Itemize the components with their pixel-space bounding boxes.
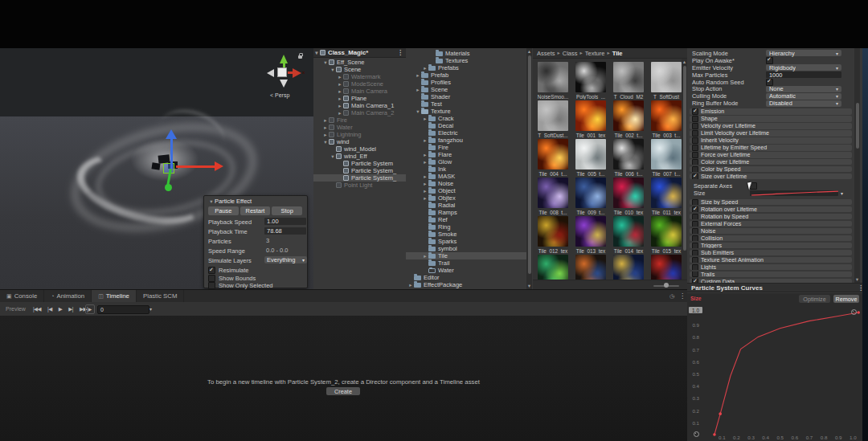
transport-button-3[interactable]: ▶|: [65, 306, 76, 312]
module-lights[interactable]: Lights: [690, 264, 852, 271]
hierarchy-item-eff-scene[interactable]: ▾Eff_Scene: [313, 59, 406, 66]
hierarchy-item-plane[interactable]: ▸Plane: [313, 95, 406, 102]
module-checkbox[interactable]: [692, 199, 698, 206]
scroll-down-icon[interactable]: ▼: [854, 277, 860, 282]
module-velocity-over-lifetime[interactable]: Velocity over Lifetime: [690, 123, 852, 129]
axis-x-cone-icon[interactable]: [293, 68, 301, 78]
auto-random-seed-checkbox[interactable]: [766, 79, 773, 86]
folder-water[interactable]: Water: [406, 267, 526, 274]
foldout-closed-icon[interactable]: ▸: [422, 180, 428, 187]
pause-button[interactable]: Pause: [208, 206, 239, 215]
hierarchy-item-particle-system[interactable]: Particle System_: [313, 174, 406, 182]
module-checkbox[interactable]: [692, 159, 698, 165]
folder-effectpackage[interactable]: ▸EffectPackage: [406, 281, 526, 288]
foldout-arrow-icon[interactable]: ▾: [313, 49, 320, 56]
overlay-check-resimulate[interactable]: Resimulate: [208, 267, 304, 274]
texture-thumb-tile-003-t[interactable]: [651, 100, 682, 131]
breadcrumb-class[interactable]: Class: [563, 50, 578, 57]
module-emission[interactable]: Emission: [690, 108, 852, 115]
foldout-open-icon[interactable]: ▾: [322, 59, 329, 66]
scrollbar-thumb[interactable]: [856, 103, 859, 149]
foldout-closed-icon[interactable]: ▸: [337, 88, 343, 95]
curve-dropdown-icon[interactable]: ▾: [841, 190, 843, 196]
tab-console[interactable]: ▣Console: [0, 290, 44, 302]
texture-thumb-t-softdust[interactable]: [651, 62, 682, 92]
frame-field[interactable]: 0: [97, 305, 149, 314]
foldout-closed-icon[interactable]: ▸: [415, 86, 421, 93]
ring-buffer-mode-dropdown[interactable]: Disabled: [766, 100, 841, 107]
breadcrumb-assets[interactable]: Assets: [537, 50, 555, 57]
module-trails[interactable]: Trails: [690, 272, 852, 278]
texture-thumb-tile-011-tex[interactable]: [651, 178, 682, 208]
size-curve-preview[interactable]: [750, 190, 838, 196]
foldout-closed-icon[interactable]: ▸: [422, 64, 428, 71]
folder-materials[interactable]: Materials: [406, 50, 526, 57]
folder-radial[interactable]: Radial: [406, 202, 526, 209]
hierarchy-item-particle-system[interactable]: Particle System_: [313, 167, 406, 174]
folder-textures[interactable]: Textures: [406, 57, 526, 64]
foldout-open-icon[interactable]: ▾: [415, 108, 421, 115]
hierarchy-scene-header[interactable]: ▾ Class_Magic* ⋮: [313, 48, 406, 58]
scrollbar-thumb[interactable]: [528, 55, 531, 274]
folder-noise[interactable]: ▸Noise: [406, 180, 526, 187]
folder-electric[interactable]: Electric: [406, 129, 526, 137]
folder-texture[interactable]: ▾Texture: [406, 108, 526, 115]
module-checkbox[interactable]: [692, 235, 698, 242]
hierarchy-item-particle-system[interactable]: Particle System: [313, 160, 406, 167]
panel-menu-icon[interactable]: ⋮: [679, 292, 686, 300]
scrollbar-thumb[interactable]: [683, 66, 686, 251]
foldout-closed-icon[interactable]: ▸: [407, 281, 414, 288]
resimulate-checkbox[interactable]: [208, 267, 215, 274]
module-checkbox[interactable]: [692, 166, 698, 173]
folder-flare[interactable]: ▸Flare: [406, 151, 526, 158]
folder-ring[interactable]: Ring: [406, 223, 526, 231]
folder-object[interactable]: ▸Object: [406, 187, 526, 194]
folder-ink[interactable]: Ink: [406, 165, 526, 173]
module-size-over-lifetime[interactable]: Size over Lifetime: [690, 174, 852, 180]
emitter-velocity-dropdown[interactable]: Rigidbody: [766, 64, 841, 71]
transport-button-2[interactable]: ▶: [55, 306, 66, 312]
tab-timeline[interactable]: ◫Timeline: [92, 290, 137, 302]
module-inherit-velocity[interactable]: Inherit Velocity: [690, 137, 852, 144]
module-external-forces[interactable]: External Forces: [690, 221, 852, 227]
foldout-open-icon[interactable]: ▾: [330, 153, 336, 160]
texture-thumb-tile-006-t[interactable]: [613, 139, 644, 169]
module-checkbox[interactable]: [692, 243, 698, 249]
module-limit-velocity-over-lifetime[interactable]: Limit Velocity over Lifetime: [690, 130, 852, 137]
module-rotation-by-speed[interactable]: Rotation by Speed: [690, 214, 852, 220]
foldout-closed-icon[interactable]: ▸: [422, 115, 428, 122]
breadcrumb-tile[interactable]: Tile: [612, 50, 623, 57]
module-checkbox[interactable]: [692, 152, 698, 158]
axis-left-cone-icon[interactable]: [267, 69, 274, 77]
hierarchy-item-wind-model[interactable]: wind_Model: [313, 145, 406, 153]
playback-speed-value[interactable]: 1.00: [264, 218, 306, 225]
frame-dropdown-icon[interactable]: ▾: [149, 306, 152, 312]
module-checkbox[interactable]: [692, 206, 698, 213]
folder-smoke[interactable]: Smoke: [406, 231, 526, 238]
module-rotation-over-lifetime[interactable]: Rotation over Lifetime: [690, 206, 852, 213]
texture-thumb-tile-008-t[interactable]: [538, 178, 568, 208]
hierarchy-item-scene[interactable]: ▾Scene: [313, 66, 406, 73]
texture-thumb-tile-007-t[interactable]: [651, 139, 682, 169]
folder-decal[interactable]: Decal: [406, 122, 526, 129]
folder-prefab[interactable]: ▸Prefab: [406, 71, 526, 79]
texture-thumb-tile-001-tex[interactable]: [575, 100, 606, 131]
hierarchy-item-point-light[interactable]: Point Light: [313, 182, 406, 189]
texture-thumb-tile-010-tex[interactable]: [613, 178, 644, 208]
foldout-closed-icon[interactable]: ▸: [322, 124, 329, 131]
tab-plastic-scm[interactable]: Plastic SCM: [137, 290, 184, 302]
foldout-closed-icon[interactable]: ▸: [422, 252, 428, 259]
scroll-up-icon[interactable]: ▲: [526, 49, 532, 54]
hierarchy-item-main-camera-1[interactable]: ▸Main Camera_1: [313, 102, 406, 109]
hierarchy-item-modescene[interactable]: ▸ModeScene: [313, 80, 406, 88]
size-curve-plot[interactable]: [687, 293, 868, 441]
gizmo-center-cube[interactable]: [277, 67, 287, 77]
foldout-closed-icon[interactable]: ▸: [422, 173, 428, 180]
texture-thumb-tile-012-tex[interactable]: [538, 216, 568, 247]
texture-thumb-tile-013-tex[interactable]: [575, 216, 606, 247]
module-checkbox[interactable]: [692, 174, 698, 180]
show-bounds-checkbox[interactable]: [208, 275, 215, 282]
module-checkbox[interactable]: [692, 137, 698, 144]
gear-icon[interactable]: [694, 431, 699, 437]
module-checkbox[interactable]: [692, 228, 698, 235]
